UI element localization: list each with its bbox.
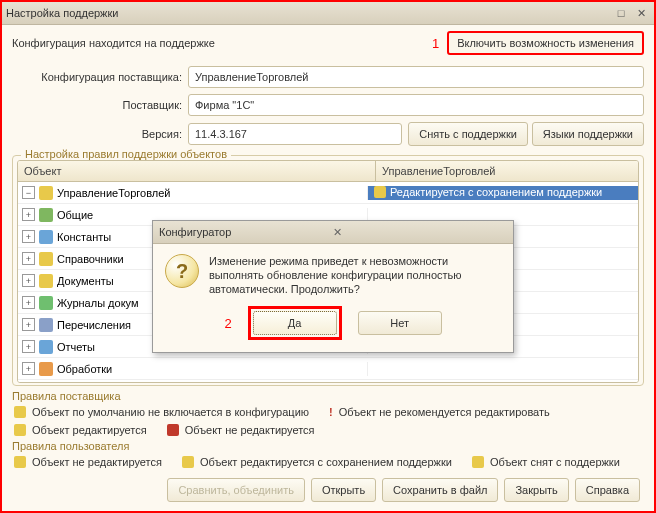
object-name: Перечисления xyxy=(57,319,131,331)
legend-item: Объект по умолчанию не включается в конф… xyxy=(14,406,309,418)
vendor-rules-legend: Объект по умолчанию не включается в конф… xyxy=(12,402,644,440)
annotation-2: 2 xyxy=(224,316,231,331)
dialog-title: Конфигуратор xyxy=(159,226,333,238)
legend-item: Объект редактируется с сохранением подде… xyxy=(182,456,452,468)
warning-icon: ! xyxy=(329,406,333,418)
user-rules-title: Правила пользователя xyxy=(12,440,644,452)
object-icon xyxy=(39,208,53,222)
vendor-label: Поставщик: xyxy=(12,99,188,111)
version-label: Версия: xyxy=(12,128,188,140)
support-languages-button[interactable]: Языки поддержки xyxy=(532,122,644,146)
close-icon[interactable]: ✕ xyxy=(632,5,650,21)
legend-cube-icon xyxy=(167,424,179,436)
col-object[interactable]: Объект xyxy=(18,161,376,181)
legend-cube-icon xyxy=(14,456,26,468)
expand-icon[interactable]: + xyxy=(22,362,35,375)
titlebar: Настройка поддержки □ ✕ xyxy=(2,2,654,25)
object-icon xyxy=(39,230,53,244)
version-field[interactable]: 11.4.3.167 xyxy=(188,123,402,145)
expand-icon[interactable]: + xyxy=(22,230,35,243)
object-name: УправлениеТорговлей xyxy=(57,187,170,199)
object-name: Журналы докум xyxy=(57,297,139,309)
remove-support-button[interactable]: Снять с поддержки xyxy=(408,122,528,146)
expand-icon[interactable]: + xyxy=(22,274,35,287)
legend-item: Объект не редактируется xyxy=(167,424,315,436)
expand-icon[interactable]: + xyxy=(22,296,35,309)
expand-icon[interactable]: + xyxy=(22,208,35,221)
object-icon xyxy=(39,274,53,288)
legend-cube-icon xyxy=(182,456,194,468)
help-button[interactable]: Справка xyxy=(575,478,640,502)
enable-change-button[interactable]: Включить возможность изменения xyxy=(447,31,644,55)
legend-cube-icon xyxy=(14,424,26,436)
support-status-text: Конфигурация находится на поддержке xyxy=(12,37,432,49)
table-row[interactable]: +Планы видов характеристик xyxy=(18,380,638,382)
col-vendor[interactable]: УправлениеТорговлей xyxy=(376,161,638,181)
user-rules-legend: Объект не редактируетсяОбъект редактируе… xyxy=(12,452,644,472)
legend-cube-icon xyxy=(14,406,26,418)
table-row[interactable]: −УправлениеТорговлейРедактируется с сохр… xyxy=(18,182,638,204)
compare-merge-button[interactable]: Сравнить, объединить xyxy=(167,478,304,502)
legend-item: !Объект не рекомендуется редактировать xyxy=(329,406,550,418)
question-icon: ? xyxy=(165,254,199,288)
dialog-text: Изменение режима приведет к невозможност… xyxy=(209,254,501,296)
close-button[interactable]: Закрыть xyxy=(504,478,568,502)
annotation-1: 1 xyxy=(432,36,439,51)
legend-item: Объект снят с поддержки xyxy=(472,456,620,468)
maximize-icon[interactable]: □ xyxy=(612,5,630,21)
object-icon xyxy=(39,252,53,266)
dialog-close-icon[interactable]: ✕ xyxy=(333,226,507,239)
object-icon xyxy=(39,340,53,354)
collapse-icon[interactable]: − xyxy=(22,186,35,199)
object-name: Обработки xyxy=(57,363,112,375)
legend-item: Объект редактируется xyxy=(14,424,147,436)
object-icon xyxy=(39,362,53,376)
no-button[interactable]: Нет xyxy=(358,311,442,335)
legend-item: Объект не редактируется xyxy=(14,456,162,468)
object-name: Справочники xyxy=(57,253,124,265)
object-icon xyxy=(39,186,53,200)
vendor-config-label: Конфигурация поставщика: xyxy=(12,71,188,83)
object-name: Константы xyxy=(57,231,111,243)
expand-icon[interactable]: + xyxy=(22,340,35,353)
save-to-file-button[interactable]: Сохранить в файл xyxy=(382,478,498,502)
expand-icon[interactable]: + xyxy=(22,252,35,265)
vendor-field[interactable]: Фирма "1С" xyxy=(188,94,644,116)
support-settings-window: Настройка поддержки □ ✕ Конфигурация нах… xyxy=(0,0,656,513)
object-rules-title: Настройка правил поддержки объектов xyxy=(21,148,231,160)
expand-icon[interactable]: + xyxy=(22,318,35,331)
object-name: Отчеты xyxy=(57,341,95,353)
legend-cube-icon xyxy=(472,456,484,468)
object-icon xyxy=(39,296,53,310)
yes-button[interactable]: Да xyxy=(253,311,337,335)
footer: Сравнить, объединить Открыть Сохранить в… xyxy=(12,472,644,508)
status-badge: Редактируется с сохранением поддержки xyxy=(374,186,602,198)
object-icon xyxy=(39,318,53,332)
vendor-rules-title: Правила поставщика xyxy=(12,390,644,402)
open-button[interactable]: Открыть xyxy=(311,478,376,502)
object-name: Документы xyxy=(57,275,114,287)
window-title: Настройка поддержки xyxy=(6,7,610,19)
table-row[interactable]: +Обработки xyxy=(18,358,638,380)
vendor-config-field[interactable]: УправлениеТорговлей xyxy=(188,66,644,88)
confirm-dialog: Конфигуратор ✕ ? Изменение режима привед… xyxy=(152,220,514,353)
object-name: Общие xyxy=(57,209,93,221)
